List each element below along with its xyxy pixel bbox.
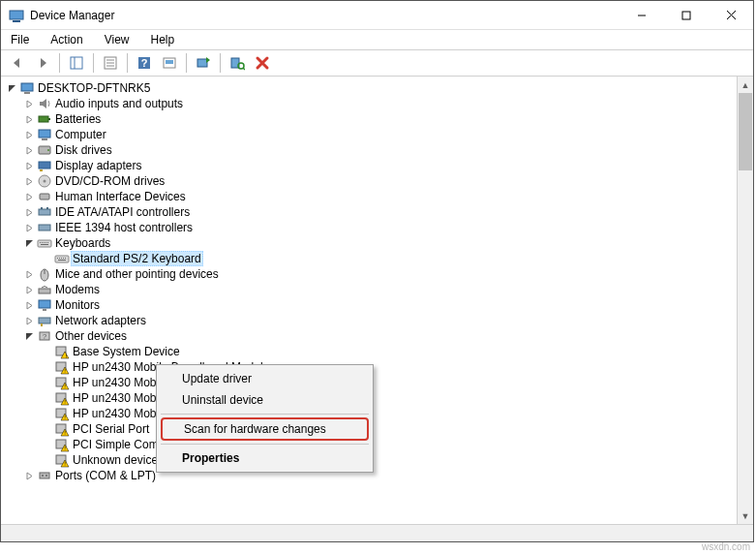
svg-rect-56 bbox=[39, 318, 50, 323]
tree-category-batteries[interactable]: Batteries bbox=[5, 111, 737, 127]
tree-label: Ports (COM & LPT) bbox=[53, 468, 158, 483]
tree-category-computer[interactable]: Computer bbox=[5, 127, 737, 142]
tree-label: Monitors bbox=[53, 297, 102, 313]
expand-icon[interactable] bbox=[22, 204, 36, 220]
mouse-icon bbox=[36, 266, 53, 282]
scan-hardware-button[interactable] bbox=[226, 52, 249, 74]
tree-category-disk[interactable]: Disk drives bbox=[5, 142, 737, 158]
content-area: DESKTOP-DFTNRK5 Audio inputs and outputs… bbox=[1, 77, 753, 524]
ctx-uninstall-device[interactable]: Uninstall device bbox=[159, 389, 371, 411]
svg-rect-40 bbox=[44, 242, 45, 243]
tree-item-standard-keyboard[interactable]: Standard PS/2 Keyboard bbox=[5, 251, 737, 266]
menu-action[interactable]: Action bbox=[46, 32, 86, 47]
expand-icon[interactable] bbox=[22, 313, 36, 328]
expand-icon[interactable] bbox=[22, 173, 36, 189]
window-title: Device Manager bbox=[30, 9, 114, 22]
tree-label: DVD/CD-ROM drives bbox=[53, 173, 166, 189]
menubar: File Action View Help bbox=[1, 30, 753, 49]
unknown-device-warning-icon: ! bbox=[53, 359, 71, 375]
help-button[interactable]: ? bbox=[133, 52, 156, 74]
tree-label: Mice and other pointing devices bbox=[53, 266, 221, 282]
svg-rect-16 bbox=[197, 59, 207, 67]
tree-label: Human Interface Devices bbox=[53, 189, 188, 204]
update-driver-button[interactable] bbox=[192, 52, 215, 74]
context-menu-separator bbox=[161, 414, 369, 415]
tree-category-ieee[interactable]: IEEE 1394 host controllers bbox=[5, 220, 737, 235]
show-hide-tree-button[interactable] bbox=[65, 52, 88, 74]
menu-view[interactable]: View bbox=[101, 32, 134, 47]
tree-root[interactable]: DESKTOP-DFTNRK5 bbox=[5, 80, 737, 96]
tree-category-display[interactable]: Display adapters bbox=[5, 158, 737, 173]
expand-icon[interactable] bbox=[22, 189, 36, 204]
svg-rect-57 bbox=[41, 323, 43, 326]
svg-line-19 bbox=[243, 68, 245, 70]
tree-item-base-system-device[interactable]: ! Base System Device bbox=[5, 344, 737, 359]
tree-label: Unknown device bbox=[71, 452, 160, 468]
svg-rect-45 bbox=[57, 258, 58, 259]
expand-icon[interactable] bbox=[22, 111, 36, 127]
svg-rect-23 bbox=[48, 118, 50, 120]
close-button[interactable] bbox=[709, 1, 753, 30]
ctx-scan-hardware[interactable]: Scan for hardware changes bbox=[161, 417, 369, 441]
scroll-up-icon[interactable]: ▲ bbox=[738, 77, 753, 93]
toolbar-icon-button[interactable] bbox=[158, 52, 181, 74]
collapse-icon[interactable] bbox=[22, 235, 36, 251]
collapse-icon[interactable] bbox=[22, 328, 36, 344]
tree-category-monitors[interactable]: Monitors bbox=[5, 297, 737, 313]
tree-category-modems[interactable]: Modems bbox=[5, 282, 737, 297]
keyboard-icon bbox=[53, 251, 71, 266]
menu-file[interactable]: File bbox=[7, 32, 33, 47]
tree-label: Standard PS/2 Keyboard bbox=[71, 251, 203, 266]
expand-icon[interactable] bbox=[22, 282, 36, 297]
expand-icon[interactable] bbox=[22, 297, 36, 313]
tree-category-other[interactable]: ? Other devices bbox=[5, 328, 737, 344]
collapse-icon[interactable] bbox=[5, 80, 18, 96]
tree-category-network[interactable]: Network adapters bbox=[5, 313, 737, 328]
device-manager-window: Device Manager File Action View Help bbox=[0, 0, 754, 542]
svg-rect-43 bbox=[41, 244, 48, 245]
ports-icon bbox=[36, 468, 53, 483]
uninstall-button[interactable] bbox=[251, 52, 274, 74]
svg-rect-76 bbox=[40, 473, 49, 478]
svg-rect-28 bbox=[39, 162, 50, 169]
forward-button[interactable] bbox=[31, 52, 54, 74]
tree-category-audio[interactable]: Audio inputs and outputs bbox=[5, 96, 737, 111]
toolbar-separator bbox=[59, 53, 60, 73]
tree-label: Modems bbox=[53, 282, 102, 297]
expand-icon[interactable] bbox=[22, 158, 36, 173]
properties-button[interactable] bbox=[99, 52, 122, 74]
battery-icon bbox=[36, 111, 53, 127]
expand-icon[interactable] bbox=[22, 127, 36, 142]
vertical-scrollbar[interactable]: ▲ ▼ bbox=[737, 77, 753, 524]
svg-rect-39 bbox=[42, 242, 43, 243]
minimize-button[interactable] bbox=[620, 1, 664, 30]
ctx-properties[interactable]: Properties bbox=[159, 447, 371, 469]
back-button[interactable] bbox=[6, 52, 29, 74]
tree-category-mice[interactable]: Mice and other pointing devices bbox=[5, 266, 737, 282]
scroll-down-icon[interactable]: ▼ bbox=[738, 508, 753, 524]
svg-rect-21 bbox=[24, 92, 30, 94]
tree-label: Disk drives bbox=[53, 142, 114, 158]
network-icon bbox=[36, 313, 53, 328]
svg-rect-3 bbox=[682, 12, 690, 19]
svg-rect-34 bbox=[41, 207, 43, 209]
maximize-button[interactable] bbox=[664, 1, 709, 30]
tree-label: IEEE 1394 host controllers bbox=[53, 220, 195, 235]
svg-point-27 bbox=[47, 149, 49, 151]
svg-rect-32 bbox=[40, 194, 49, 200]
tree-category-keyboards[interactable]: Keyboards bbox=[5, 235, 737, 251]
scrollbar-thumb[interactable] bbox=[739, 93, 752, 170]
expand-icon[interactable] bbox=[22, 142, 36, 158]
expand-icon[interactable] bbox=[22, 220, 36, 235]
svg-rect-47 bbox=[61, 258, 62, 259]
ctx-update-driver[interactable]: Update driver bbox=[159, 368, 371, 389]
expand-icon[interactable] bbox=[22, 468, 36, 483]
unknown-device-warning-icon: ! bbox=[53, 390, 71, 406]
tree-category-dvd[interactable]: DVD/CD-ROM drives bbox=[5, 173, 737, 189]
tree-category-hid[interactable]: Human Interface Devices bbox=[5, 189, 737, 204]
tree-category-ide[interactable]: IDE ATA/ATAPI controllers bbox=[5, 204, 737, 220]
monitor-icon bbox=[36, 297, 53, 313]
expand-icon[interactable] bbox=[22, 266, 36, 282]
menu-help[interactable]: Help bbox=[147, 32, 179, 47]
expand-icon[interactable] bbox=[22, 96, 36, 111]
